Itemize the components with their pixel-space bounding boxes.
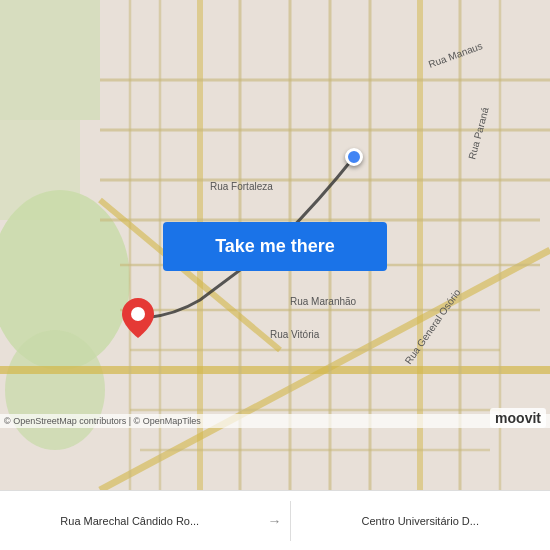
map-attribution: © OpenStreetMap contributors | © OpenMap… bbox=[0, 414, 550, 428]
destination-label: Centro Universitário D... bbox=[362, 515, 479, 527]
take-me-there-button[interactable]: Take me there bbox=[163, 222, 387, 271]
direction-arrow: → bbox=[268, 513, 282, 529]
origin-item[interactable]: Rua Marechal Cândido Ro... bbox=[0, 491, 260, 550]
destination-item[interactable]: Centro Universitário D... bbox=[291, 491, 551, 550]
svg-text:Rua Maranhão: Rua Maranhão bbox=[290, 296, 357, 307]
svg-text:Rua Fortaleza: Rua Fortaleza bbox=[210, 181, 273, 192]
user-location-dot bbox=[345, 148, 363, 166]
moovit-logo: moovit bbox=[490, 408, 546, 428]
svg-point-2 bbox=[5, 330, 105, 450]
bottom-navigation-bar: Rua Marechal Cândido Ro... → Centro Univ… bbox=[0, 490, 550, 550]
origin-label: Rua Marechal Cândido Ro... bbox=[60, 515, 199, 527]
map-view[interactable]: Rua Manaus Rua Paraná Rua Fortaleza Rua … bbox=[0, 0, 550, 490]
svg-rect-4 bbox=[0, 120, 80, 220]
destination-pin bbox=[122, 298, 154, 338]
svg-rect-3 bbox=[0, 0, 100, 120]
svg-point-33 bbox=[131, 307, 145, 321]
svg-text:Rua Vitória: Rua Vitória bbox=[270, 329, 320, 340]
